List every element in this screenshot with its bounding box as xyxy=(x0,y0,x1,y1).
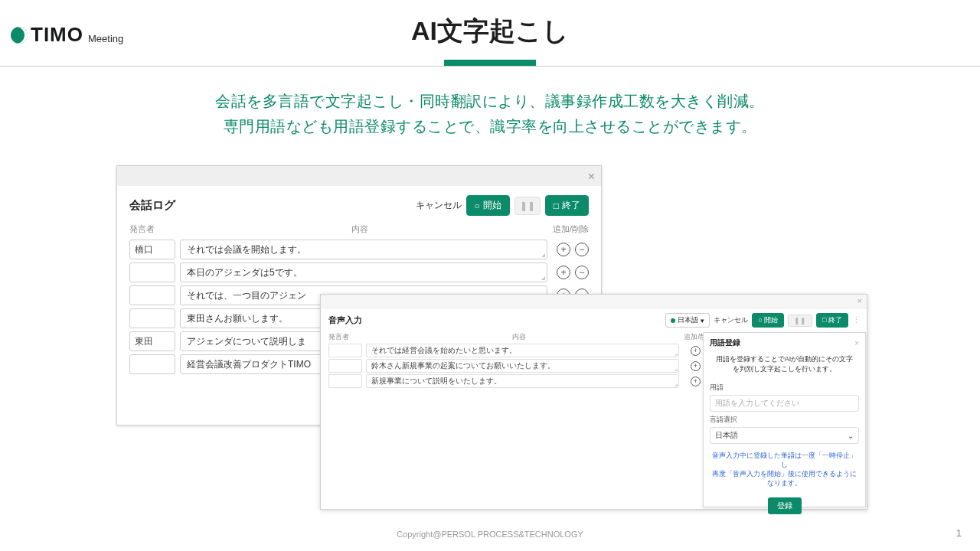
speaker-cell[interactable] xyxy=(129,354,175,374)
col-add-remove: 追加/削除 xyxy=(538,223,589,235)
col-content: 内容 xyxy=(181,223,538,235)
speaker-cell[interactable] xyxy=(129,308,175,328)
speaker-cell[interactable] xyxy=(129,285,175,305)
panel-note: 音声入力中に登録した単語は一度「一時停止」し 再度「音声入力を開始」後に使用でき… xyxy=(710,452,859,488)
col-speaker: 発言者 xyxy=(129,223,181,235)
end-button[interactable]: □ 終了 xyxy=(545,195,589,216)
slide: TIMO Meeting AI文字起こし 会話を多言語で文字起こし・同時翻訳によ… xyxy=(0,0,980,551)
panel-heading: 用語登録 xyxy=(710,337,854,348)
add-icon[interactable]: + xyxy=(557,243,570,256)
speaker-cell[interactable] xyxy=(328,344,362,357)
description-line2: 専門用語なども用語登録することで、識字率を向上させることができます。 xyxy=(0,114,980,139)
speaker-cell[interactable] xyxy=(328,374,362,388)
lang-label: 言語選択 xyxy=(710,415,859,425)
remove-icon[interactable]: − xyxy=(575,266,589,279)
lang-select[interactable]: 日本語 ⌄ xyxy=(710,427,859,444)
log-row: 本日のアジェンダは5です。+− xyxy=(129,262,589,282)
top-divider xyxy=(0,66,980,67)
close-icon[interactable]: × xyxy=(854,339,859,347)
speaker-cell[interactable]: 東田 xyxy=(129,331,175,351)
modal-heading: 会話ログ xyxy=(129,198,416,213)
cancel-button[interactable]: キャンセル xyxy=(416,199,462,212)
description: 会話を多言語で文字起こし・同時翻訳により、議事録作成工数を大きく削減。 専門用語… xyxy=(0,89,980,139)
start-button[interactable]: ○ 開始 xyxy=(752,313,784,328)
speaker-cell[interactable] xyxy=(328,359,362,373)
title-wrap: AI文字起こし xyxy=(0,14,980,66)
content-cell[interactable]: それでは会議を開始します。 xyxy=(180,240,547,259)
modal-titlebar: × xyxy=(117,166,601,186)
language-chip[interactable]: 日本語 ▾ xyxy=(665,313,710,328)
content-cell[interactable]: 本日のアジェンダは5です。 xyxy=(180,262,547,282)
end-button[interactable]: □ 終了 xyxy=(816,313,848,328)
register-button[interactable]: 登録 xyxy=(768,497,802,514)
description-line1: 会話を多言語で文字起こし・同時翻訳により、議事録作成工数を大きく削減。 xyxy=(0,89,980,114)
add-icon[interactable]: + xyxy=(557,266,570,279)
content-cell[interactable]: 鈴木さん新規事業の起案についてお願いいたします。 xyxy=(366,359,679,373)
start-button[interactable]: ○ 開始 xyxy=(466,195,510,216)
page-number: 1 xyxy=(956,527,962,539)
kebab-icon[interactable]: ⋮ xyxy=(852,315,861,325)
content-cell[interactable]: それでは経営会議を始めたいと思います。 xyxy=(366,344,679,357)
pause-button[interactable]: ❚❚ xyxy=(788,315,812,327)
term-register-panel: 用語登録 × 用語を登録することでAIが自動的にその文字を判別し文字起こしを行い… xyxy=(703,332,866,507)
pause-button[interactable]: ❚❚ xyxy=(514,197,541,215)
speaker-cell[interactable] xyxy=(129,262,175,282)
copyright: Copyright@PERSOL PROCESS&TECHNOLOGY xyxy=(0,530,980,539)
dot-icon xyxy=(671,318,675,323)
remove-icon[interactable]: − xyxy=(575,243,589,256)
term-input[interactable]: 用語を入力してください xyxy=(710,395,859,412)
cancel-button[interactable]: キャンセル xyxy=(714,315,748,325)
modal-heading: 音声入力 xyxy=(328,315,665,326)
col-content: 内容 xyxy=(367,332,671,342)
add-icon[interactable]: + xyxy=(691,377,701,386)
content-cell[interactable]: 新規事業について説明をいたします。 xyxy=(366,374,679,388)
close-icon[interactable]: × xyxy=(858,296,862,305)
panel-description: 用語を登録することでAIが自動的にその文字を判別し文字起こしを行います。 xyxy=(710,354,859,380)
term-label: 用語 xyxy=(710,383,859,393)
add-icon[interactable]: + xyxy=(691,346,701,356)
page-title: AI文字起こし xyxy=(0,14,980,49)
close-icon[interactable]: × xyxy=(588,170,595,184)
speaker-cell[interactable]: 橋口 xyxy=(129,240,175,259)
title-underline xyxy=(444,60,536,66)
col-speaker: 発言者 xyxy=(328,332,367,342)
log-row: 橋口それでは会議を開始します。+− xyxy=(129,240,589,259)
add-icon[interactable]: + xyxy=(691,361,701,371)
chevron-down-icon: ⌄ xyxy=(848,432,854,440)
modal-titlebar: × xyxy=(321,295,867,308)
